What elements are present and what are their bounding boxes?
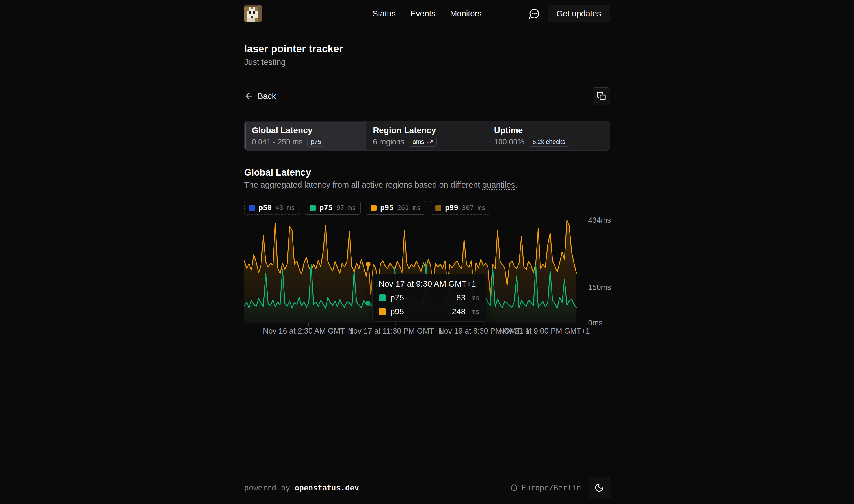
p50-swatch [249, 205, 255, 211]
p75-swatch [379, 294, 386, 301]
feedback-button[interactable] [529, 8, 540, 19]
legend-chip-p95[interactable]: p95 261 ms [366, 201, 425, 215]
x-axis-label: Nov 16 at 2:30 AM GMT+1 [263, 327, 353, 336]
x-axis-label: Nov 17 at 11:30 PM GMT+1 [348, 327, 443, 336]
legend-chip-p75[interactable]: p75 97 ms [305, 201, 361, 215]
arrow-left-icon [244, 91, 254, 101]
tab-label: Uptime [494, 126, 602, 135]
quantile-legend: p50 43 ms p75 97 ms p95 261 ms p99 307 m… [244, 201, 610, 215]
tab-value: 6 regions [373, 138, 404, 146]
nav-links: Status Events Monitors [372, 9, 481, 18]
tab-value: 0.041 - 259 ms [252, 138, 303, 146]
p75-swatch [310, 205, 316, 211]
page-subtitle: Just testing [244, 58, 610, 67]
section-title: Global Latency [244, 167, 610, 178]
footer: powered by openstatus.dev Europe/Berlin [0, 471, 854, 504]
timezone-display: Europe/Berlin [510, 483, 581, 492]
x-axis-labels: Nov 16 at 2:30 AM GMT+1 Nov 17 at 11:30 … [244, 327, 576, 338]
back-button[interactable]: Back [244, 91, 276, 101]
status-page-logo[interactable] [244, 5, 262, 22]
powered-by: powered by openstatus.dev [244, 483, 359, 492]
trending-up-icon [427, 139, 433, 145]
p95-swatch [370, 205, 377, 211]
y-axis-label: 434ms [588, 216, 611, 225]
checks-badge: 6.2k checks [529, 137, 569, 147]
cat-logo-image [244, 5, 262, 22]
quantiles-link[interactable]: quantiles [482, 180, 515, 190]
nav-link-events[interactable]: Events [411, 9, 436, 18]
copy-icon [597, 92, 606, 101]
nav-link-monitors[interactable]: Monitors [450, 9, 481, 18]
p95-swatch [379, 308, 386, 315]
p75-badge: p75 [307, 137, 325, 147]
tab-label: Global Latency [252, 126, 360, 135]
openstatus-link[interactable]: openstatus.dev [294, 483, 359, 492]
tab-value: 100.00% [494, 138, 524, 146]
metric-tabs: Global Latency 0.041 - 259 ms p75 Region… [244, 121, 610, 151]
tooltip-timestamp: Nov 17 at 9:30 AM GMT+1 [379, 279, 480, 289]
x-axis-label: Nov 21 at 9:00 PM GMT+1 [499, 327, 590, 336]
theme-toggle-button[interactable] [588, 477, 610, 498]
clock-icon [510, 484, 518, 491]
tooltip-row-p75: p75 83 ms [379, 293, 480, 303]
tooltip-row-p95: p95 248 ms [379, 307, 480, 316]
back-label: Back [258, 92, 276, 101]
nav-link-status[interactable]: Status [372, 9, 396, 18]
legend-chip-p50[interactable]: p50 43 ms [244, 201, 300, 215]
top-nav: Status Events Monitors Get updates [0, 0, 854, 28]
page-title: laser pointer tracker [244, 43, 610, 55]
region-badge: ams [409, 137, 437, 147]
section-description: The aggregated latency from all active r… [244, 180, 610, 190]
legend-chip-p99[interactable]: p99 307 ms [431, 201, 490, 215]
tab-label: Region Latency [373, 126, 481, 135]
tab-global-latency[interactable]: Global Latency 0.041 - 259 ms p75 [246, 122, 367, 150]
message-circle-icon [529, 8, 540, 19]
chart-tooltip: Nov 17 at 9:30 AM GMT+1 p75 83 ms p95 24… [372, 274, 486, 322]
tab-region-latency[interactable]: Region Latency 6 regions ams [366, 122, 488, 150]
y-axis-label: 0ms [588, 319, 603, 327]
latency-chart[interactable]: 434ms 150ms 0ms Nov 16 at 2:30 AM GMT+1 … [244, 220, 610, 342]
y-axis-label: 150ms [588, 283, 611, 292]
moon-icon [595, 483, 604, 492]
get-updates-button[interactable]: Get updates [548, 5, 610, 22]
p99-swatch [435, 205, 441, 211]
tab-uptime[interactable]: Uptime 100.00% 6.2k checks [488, 122, 609, 150]
copy-link-button[interactable] [593, 87, 610, 105]
